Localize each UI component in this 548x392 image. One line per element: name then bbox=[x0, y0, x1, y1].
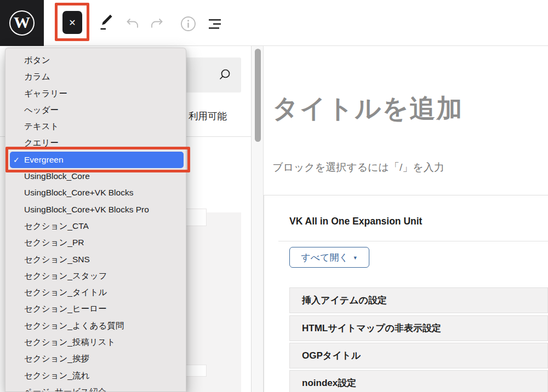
wordpress-logo-button[interactable]: W bbox=[0, 0, 44, 46]
pattern-preview-element bbox=[185, 209, 207, 226]
undo-button[interactable] bbox=[123, 16, 141, 31]
wordpress-editor-screen: W ✕ bbox=[0, 0, 548, 392]
dropdown-item-header[interactable]: ヘッダー bbox=[5, 102, 186, 118]
dropdown-item-section-greeting[interactable]: セクション_挨拶 bbox=[5, 350, 186, 367]
pattern-preview-element bbox=[185, 365, 207, 377]
info-button[interactable] bbox=[180, 15, 197, 32]
open-all-label: すべて開く bbox=[301, 251, 349, 264]
editor-toolbar: W ✕ bbox=[0, 0, 548, 46]
dropdown-item-evergreen[interactable]: ✓ Evergreen bbox=[10, 152, 184, 168]
metabox-top-border bbox=[264, 195, 548, 195]
dropdown-item-section-hero[interactable]: セクション_ヒーロー bbox=[5, 301, 186, 317]
accordion-row-ogp-title[interactable]: OGPタイトル bbox=[289, 343, 548, 368]
dropdown-item-text[interactable]: テキスト bbox=[5, 118, 186, 135]
dropdown-item-section-faq[interactable]: セクション_よくある質問 bbox=[5, 318, 186, 334]
dropdown-item-query[interactable]: クエリー bbox=[5, 135, 186, 151]
redo-button[interactable] bbox=[149, 16, 166, 31]
wordpress-logo-icon: W bbox=[9, 10, 35, 36]
edit-mode-button[interactable] bbox=[98, 14, 114, 32]
dropdown-item-gallery[interactable]: ギャラリー bbox=[5, 85, 186, 102]
dropdown-item-page-service[interactable]: ページ_サービス紹介 bbox=[5, 384, 186, 392]
accordion-row-noindex[interactable]: noindex設定 bbox=[289, 370, 548, 392]
chevron-down-icon: ▼ bbox=[353, 255, 358, 261]
open-all-button[interactable]: すべて開く ▼ bbox=[289, 247, 369, 268]
accordion-row-html-sitemap[interactable]: HTMLサイトマップの非表示設定 bbox=[289, 315, 548, 341]
metabox-title: VK All in One Expansion Unit bbox=[289, 216, 422, 227]
dropdown-item-section-staff[interactable]: セクション_スタッフ bbox=[5, 268, 186, 284]
metabox-left-border bbox=[264, 195, 264, 392]
dropdown-item-usingblock-core-vk[interactable]: UsingBlock_Core+VK Blocks bbox=[5, 185, 186, 201]
scrollbar-thumb[interactable] bbox=[255, 49, 261, 142]
post-title-input[interactable]: タイトルを追加 bbox=[272, 91, 464, 126]
dropdown-item-section-postlist[interactable]: セクション_投稿リスト bbox=[5, 334, 186, 350]
block-placeholder-text[interactable]: ブロックを選択するには「/」を入力 bbox=[272, 160, 444, 175]
list-view-button[interactable] bbox=[209, 19, 222, 30]
patterns-available-label: 利用可能 bbox=[189, 109, 227, 123]
checkmark-icon: ✓ bbox=[13, 152, 24, 168]
close-inserter-button[interactable]: ✕ bbox=[62, 11, 82, 34]
editor-canvas: タイトルを追加 ブロックを選択するには「/」を入力 VK All in One … bbox=[264, 46, 548, 392]
dropdown-item-section-pr[interactable]: セクション_PR bbox=[5, 234, 186, 251]
dropdown-item-columns[interactable]: カラム bbox=[5, 68, 186, 85]
dropdown-item-section-title[interactable]: セクション_タイトル bbox=[5, 284, 186, 301]
dropdown-item-section-flow[interactable]: セクション_流れ bbox=[5, 367, 186, 384]
dropdown-item-section-sns[interactable]: セクション_SNS bbox=[5, 251, 186, 268]
accordion-row-insert-item-settings[interactable]: 挿入アイテムの設定 bbox=[289, 287, 548, 313]
dropdown-item-section-cta[interactable]: セクション_CTA bbox=[5, 218, 186, 234]
metabox-title-divider bbox=[278, 241, 548, 241]
dropdown-item-usingblock-core[interactable]: UsingBlock_Core bbox=[5, 168, 186, 185]
dropdown-item-button[interactable]: ボタン bbox=[5, 52, 186, 68]
scrollbar-track[interactable] bbox=[252, 46, 264, 392]
wordpress-logo-letter: W bbox=[14, 14, 30, 31]
category-dropdown-menu: ボタン カラム ギャラリー ヘッダー テキスト クエリー ✓ Evergreen… bbox=[5, 48, 186, 392]
dropdown-item-usingblock-core-vk-pro[interactable]: UsingBlock_Core+VK Blocks Pro bbox=[5, 201, 186, 218]
dropdown-item-label: Evergreen bbox=[24, 152, 64, 168]
search-icon bbox=[218, 68, 231, 82]
close-icon: ✕ bbox=[68, 18, 76, 28]
